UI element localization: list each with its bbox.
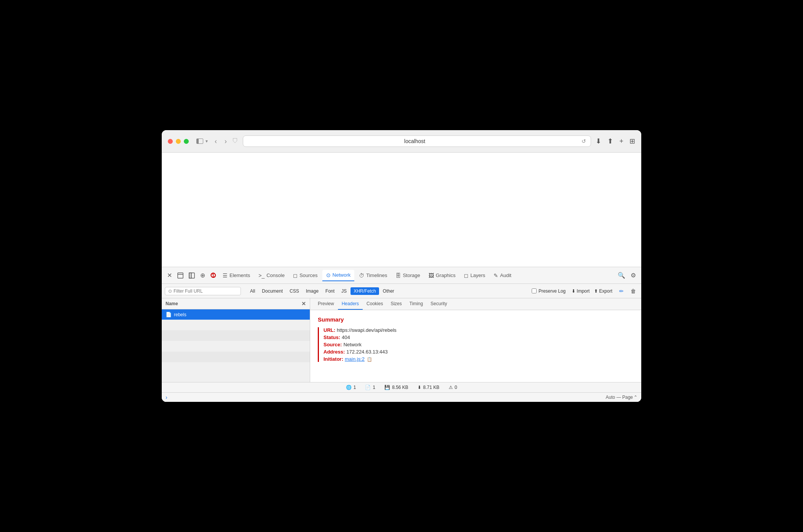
pick-element-button[interactable]: ⊕	[198, 270, 207, 280]
filter-js[interactable]: JS	[338, 287, 350, 295]
nav-controls: ‹ ›	[214, 137, 228, 145]
request-item-rebels[interactable]: 📄 rebels	[162, 309, 310, 320]
preserve-log-label: Preserve Log	[539, 288, 566, 294]
preserve-log-wrap: Preserve Log	[532, 288, 566, 294]
request-file-icon: 📄	[166, 312, 172, 317]
initiator-value: main.js:2 📋	[345, 356, 372, 362]
source-value: Network	[343, 342, 362, 347]
tab-audit[interactable]: ✎ Audit	[490, 270, 515, 281]
detail-tab-cookies[interactable]: Cookies	[363, 298, 387, 310]
close-button[interactable]	[168, 139, 173, 144]
documents-count-item: 📄 1	[365, 385, 375, 390]
traffic-lights	[168, 139, 189, 144]
detail-tab-preview[interactable]: Preview	[314, 298, 338, 310]
violations-icon: ⚠	[449, 385, 453, 390]
graphics-icon: 🖼	[429, 272, 434, 279]
filter-image[interactable]: Image	[303, 287, 322, 295]
import-icon: ⬇	[572, 288, 575, 294]
sidebar-toggle-icon[interactable]	[196, 139, 203, 144]
tab-graphics[interactable]: 🖼 Graphics	[425, 270, 459, 281]
sources-icon: ◻	[293, 272, 298, 279]
tab-timelines[interactable]: ⏱ Timelines	[355, 270, 391, 281]
status-value: 404	[342, 334, 350, 340]
filter-all[interactable]: All	[247, 287, 258, 295]
share-icon[interactable]: ⬆	[607, 137, 613, 145]
forward-button[interactable]: ›	[224, 137, 228, 145]
settings-button[interactable]: ⚙	[628, 270, 638, 280]
summary-address-row: Address: 172.224.63.13:443	[323, 349, 634, 355]
close-devtools-button[interactable]: ✕	[165, 270, 174, 280]
dock-button[interactable]	[175, 271, 186, 280]
trash-icon[interactable]: 🗑	[628, 287, 638, 296]
requests-count-item: 🌐 1	[346, 385, 356, 390]
filter-action-buttons: ✏ 🗑	[617, 287, 638, 296]
tab-sources[interactable]: ◻ Sources	[289, 270, 322, 281]
detail-tab-sizes[interactable]: Sizes	[387, 298, 405, 310]
size-item: 💾 8.56 KB	[384, 385, 408, 390]
minimize-button[interactable]	[176, 139, 181, 144]
url-value: https://swapi.dev/api/rebels	[337, 327, 397, 333]
network-icon: ⊙	[326, 272, 331, 278]
layers-icon: ◻	[464, 272, 468, 279]
status-bar: 🌐 1 📄 1 💾 8.56 KB ⬇ 8.71 KB ⚠ 0	[162, 382, 641, 392]
detail-tab-headers[interactable]: Headers	[338, 298, 363, 310]
tab-console[interactable]: >_ Console	[255, 270, 288, 281]
tab-graphics-label: Graphics	[436, 272, 456, 278]
tab-layers[interactable]: ◻ Layers	[460, 270, 489, 281]
filter-input-wrap[interactable]: ⊙	[165, 287, 241, 295]
tab-storage[interactable]: 🗄 Storage	[392, 270, 424, 281]
filter-types: All Document CSS Image Font JS XHR/Fetch…	[247, 287, 397, 295]
browser-content	[162, 153, 641, 267]
pencil-icon[interactable]: ✏	[617, 287, 626, 296]
grid-icon[interactable]: ⊞	[629, 137, 635, 145]
close-detail-button[interactable]: ✕	[301, 301, 306, 307]
preserve-log-checkbox[interactable]	[532, 288, 537, 293]
detail-panel: Preview Headers Cookies Sizes Timing Sec…	[310, 298, 641, 382]
maximize-button[interactable]	[184, 139, 189, 144]
add-tab-icon[interactable]: +	[619, 137, 623, 145]
filter-input[interactable]	[174, 288, 234, 294]
initiator-label: Initiator:	[323, 356, 343, 362]
filter-css[interactable]: CSS	[287, 287, 302, 295]
summary-url-row: URL: https://swapi.dev/api/rebels	[323, 327, 634, 333]
address-text: localhost	[248, 138, 582, 144]
title-bar: ▾ ‹ › ⛉ localhost ↺ ⬇ ⬆ + ⊞	[162, 130, 641, 153]
import-button[interactable]: ⬇ Import	[572, 288, 590, 294]
detail-tab-timing[interactable]: Timing	[406, 298, 427, 310]
tab-network[interactable]: ⊙ Network	[322, 270, 355, 281]
error-badge[interactable]: ⓵	[208, 271, 218, 280]
tab-console-label: Console	[266, 272, 285, 278]
size-value: 8.56 KB	[392, 385, 408, 390]
search-button[interactable]: 🔍	[615, 270, 628, 280]
tab-elements[interactable]: ☰ Elements	[219, 270, 254, 281]
globe-icon: 🌐	[346, 385, 352, 390]
filter-bar: ⊙ All Document CSS Image Font JS XHR/Fet…	[162, 284, 641, 298]
address-value: 172.224.63.13:443	[346, 349, 387, 355]
address-bar[interactable]: localhost ↺	[243, 135, 591, 147]
address-label: Address:	[323, 349, 345, 355]
tab-sources-label: Sources	[300, 272, 318, 278]
url-label: URL:	[323, 327, 335, 333]
download-icon[interactable]: ⬇	[596, 137, 601, 145]
filter-font[interactable]: Font	[322, 287, 338, 295]
reload-icon[interactable]: ↺	[582, 138, 586, 144]
status-label: Status:	[323, 334, 340, 340]
filter-document[interactable]: Document	[259, 287, 286, 295]
requests-count: 1	[354, 385, 356, 390]
initiator-link[interactable]: main.js:2	[345, 356, 365, 362]
filter-other[interactable]: Other	[380, 287, 397, 295]
detail-tab-security[interactable]: Security	[427, 298, 451, 310]
tab-timelines-label: Timelines	[366, 272, 387, 278]
request-name: rebels	[174, 312, 186, 317]
chevron-right-icon[interactable]: ›	[166, 394, 167, 400]
violations-item: ⚠ 0	[449, 385, 457, 390]
tab-layers-label: Layers	[470, 272, 485, 278]
devtools-tab-bar: ✕ ⊕ ⓵ ☰ Elements >_ Console ◻ Sources	[162, 267, 641, 284]
back-button[interactable]: ‹	[214, 137, 218, 145]
inspect-button[interactable]	[186, 271, 197, 280]
export-button[interactable]: ⬆ Export	[594, 288, 612, 294]
chevron-down-icon[interactable]: ▾	[206, 139, 208, 144]
filter-xhr[interactable]: XHR/Fetch	[351, 287, 379, 295]
export-icon: ⬆	[594, 288, 598, 294]
summary-initiator-row: Initiator: main.js:2 📋	[323, 356, 634, 362]
